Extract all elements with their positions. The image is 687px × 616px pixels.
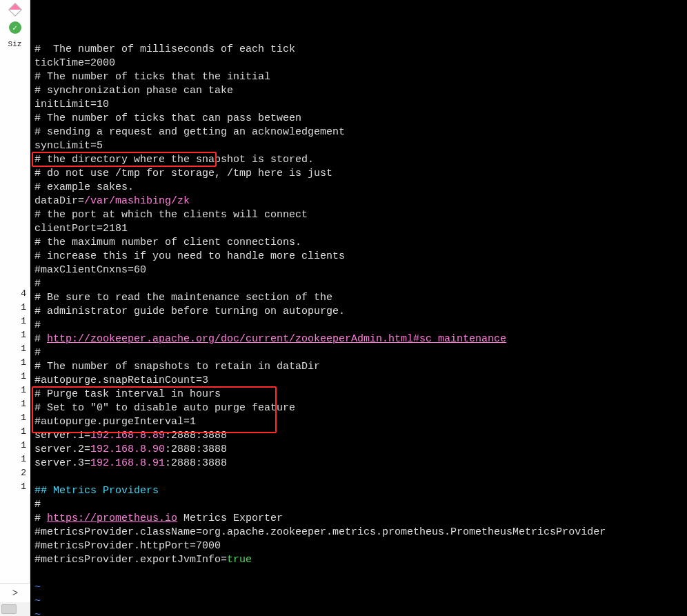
code-line: tickTime=2000 bbox=[34, 57, 683, 70]
code-line: # the directory where the snapshot is st… bbox=[34, 153, 683, 167]
code-line: #maxClientCnxns=60 bbox=[34, 264, 683, 277]
check-icon: ✓ bbox=[7, 19, 23, 36]
code-line: # The number of ticks that can pass betw… bbox=[34, 112, 683, 126]
code-line: #metricsProvider.httpPort=7000 bbox=[34, 539, 683, 553]
fold-count: 1 bbox=[0, 384, 26, 397]
fold-count: 1 bbox=[0, 425, 26, 439]
code-line: # Purge task interval in hours bbox=[34, 388, 683, 401]
code-line: #metricsProvider.exportJvmInfo=true bbox=[34, 553, 683, 567]
code-line: ~ bbox=[34, 595, 683, 608]
code-line: # synchronization phase can take bbox=[34, 84, 683, 98]
code-line: #autopurge.purgeInterval=1 bbox=[34, 415, 683, 429]
code-line: # http://zookeeper.apache.org/doc/curren… bbox=[34, 332, 683, 346]
code-line: # bbox=[34, 319, 683, 332]
fold-gutter: 411111111111121 bbox=[0, 287, 30, 494]
code-line: # bbox=[34, 277, 683, 291]
code-line: # Set to "0" to disable auto purge featu… bbox=[34, 401, 683, 415]
expand-chevron-icon[interactable]: > bbox=[0, 583, 30, 602]
code-line: # example sakes. bbox=[34, 181, 683, 195]
fold-count: 2 bbox=[0, 466, 26, 480]
fold-count: 1 bbox=[0, 453, 26, 466]
code-line: #autopurge.snapRetainCount=3 bbox=[34, 374, 683, 388]
fold-count: 1 bbox=[0, 315, 26, 328]
sidebar-label: Siz bbox=[8, 40, 22, 48]
fold-count: 1 bbox=[0, 328, 26, 342]
code-line: server.1=192.168.8.89:2888:3888 bbox=[34, 429, 683, 443]
code-line: # do not use /tmp for storage, /tmp here… bbox=[34, 167, 683, 181]
fold-count: 1 bbox=[0, 342, 26, 356]
code-line: server.2=192.168.8.90:2888:3888 bbox=[34, 443, 683, 457]
code-line: clientPort=2181 bbox=[34, 222, 683, 236]
code-line: # bbox=[34, 346, 683, 360]
code-line: # The number of milliseconds of each tic… bbox=[34, 43, 683, 57]
fold-count: 1 bbox=[0, 411, 26, 425]
code-line bbox=[34, 470, 683, 484]
fold-count: 1 bbox=[0, 439, 26, 453]
code-line: # administrator guide before turning on … bbox=[34, 305, 683, 319]
left-sidebar: ✓ Siz 411111111111121 > bbox=[0, 0, 30, 616]
edit-icon[interactable] bbox=[7, 1, 23, 18]
fold-count: 1 bbox=[0, 370, 26, 384]
code-line: # Be sure to read the maintenance sectio… bbox=[34, 291, 683, 305]
fold-count: 1 bbox=[0, 397, 26, 411]
code-line: # the maximum number of client connectio… bbox=[34, 236, 683, 250]
code-line: ~ bbox=[34, 581, 683, 595]
fold-count: 1 bbox=[0, 480, 26, 494]
horizontal-scrollbar[interactable] bbox=[0, 602, 30, 616]
code-line: initLimit=10 bbox=[34, 98, 683, 112]
code-line: # sending a request and getting an ackno… bbox=[34, 126, 683, 139]
fold-count: 1 bbox=[0, 301, 26, 315]
code-line: #metricsProvider.className=org.apache.zo… bbox=[34, 526, 683, 539]
code-line: # The number of snapshots to retain in d… bbox=[34, 360, 683, 374]
terminal-editor[interactable]: # The number of milliseconds of each tic… bbox=[30, 0, 687, 616]
code-line: # bbox=[34, 498, 683, 512]
code-line: # increase this if you need to handle mo… bbox=[34, 250, 683, 264]
code-line: # the port at which the clients will con… bbox=[34, 208, 683, 222]
code-line: ## Metrics Providers bbox=[34, 484, 683, 498]
code-line: # The number of ticks that the initial bbox=[34, 70, 683, 84]
code-line: # https://prometheus.io Metrics Exporter bbox=[34, 512, 683, 526]
fold-count: 1 bbox=[0, 356, 26, 370]
code-line: dataDir=/var/mashibing/zk bbox=[34, 195, 683, 208]
fold-count: 4 bbox=[0, 287, 26, 301]
code-line: syncLimit=5 bbox=[34, 139, 683, 153]
code-line: server.3=192.168.8.91:2888:3888 bbox=[34, 457, 683, 470]
scrollbar-thumb[interactable] bbox=[1, 604, 17, 614]
code-line bbox=[34, 567, 683, 581]
code-line: ~ bbox=[34, 608, 683, 616]
